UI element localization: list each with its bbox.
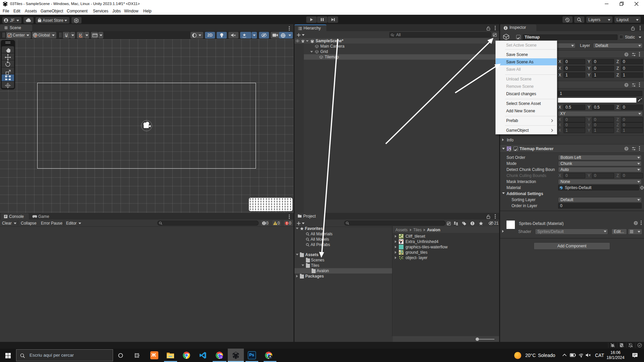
svg-text:?: ? — [626, 147, 628, 150]
svg-text:?: ? — [626, 53, 628, 56]
svg-text:?: ? — [626, 83, 628, 87]
svg-text:?: ? — [635, 222, 637, 225]
svg-text:Y: Y — [66, 35, 67, 38]
svg-text:J: J — [220, 356, 222, 359]
